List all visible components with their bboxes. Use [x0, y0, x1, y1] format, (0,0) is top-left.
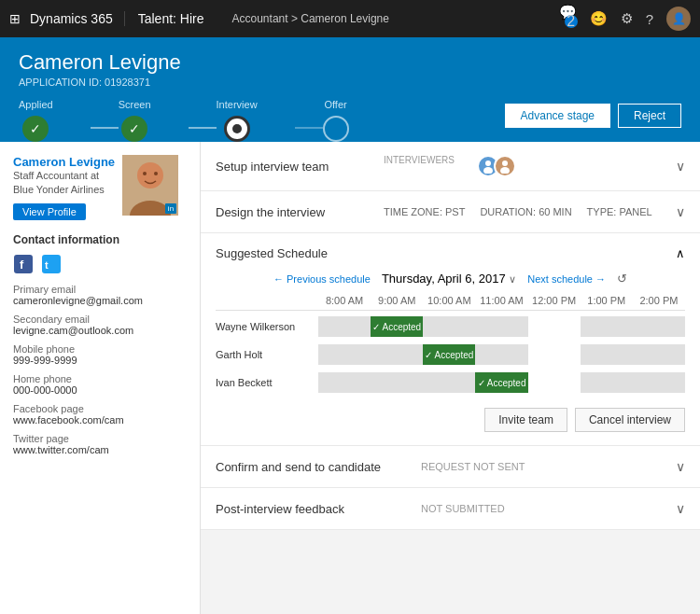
garth-slot-5	[528, 344, 581, 365]
post-feedback-title: Post-interview feedback	[216, 502, 421, 516]
th-2pm: 2:00 PM	[633, 295, 685, 306]
post-feedback-row[interactable]: Post-interview feedback NOT SUBMITTED ∨	[201, 488, 700, 530]
breadcrumb: Accountant > Cameron Levigne	[214, 12, 550, 25]
view-profile-button[interactable]: View Profile	[13, 203, 86, 220]
chat-icon[interactable]: 💬 2	[559, 4, 577, 34]
facebook-icon[interactable]: f	[13, 254, 34, 274]
svg-text:t: t	[45, 259, 49, 271]
th-10am: 10:00 AM	[423, 295, 475, 306]
confirm-candidate-status: REQUEST NOT SENT	[421, 461, 676, 472]
timeline-row-garth: Garth Holt ✓ Accepted	[216, 342, 685, 367]
content-area: Cameron Levigne Staff Accountant at Blue…	[0, 142, 700, 614]
garth-slot-7	[633, 344, 685, 365]
wayne-name: Wayne Wilkerson	[216, 321, 318, 332]
stage-offer-circle	[323, 116, 349, 142]
smiley-icon[interactable]: 😊	[590, 10, 608, 27]
th-8am: 8:00 AM	[318, 295, 371, 306]
svg-point-3	[143, 172, 147, 175]
confirm-candidate-row[interactable]: Confirm and send to candidate REQUEST NO…	[201, 446, 700, 488]
date-chevron-icon: ∨	[509, 273, 516, 285]
reject-button[interactable]: Reject	[618, 104, 681, 128]
timeline-header: 8:00 AM 9:00 AM 10:00 AM 11:00 AM 12:00 …	[216, 295, 685, 311]
settings-icon[interactable]: ⚙	[621, 10, 633, 27]
stage-interview-label: Interview	[217, 99, 258, 110]
right-panel: Setup interview team INTERVIEWERS ∨	[201, 142, 700, 614]
home-phone-field: Home phone 000-000-0000	[13, 373, 187, 396]
wayne-slot-3	[423, 316, 475, 337]
advance-stage-button[interactable]: Advance stage	[505, 104, 610, 128]
nav-icons: 💬 2 😊 ⚙ ? 👤	[559, 4, 691, 34]
schedule-chevron[interactable]: ∧	[676, 246, 685, 260]
garth-slot-1	[318, 344, 371, 365]
secondary-email-label: Secondary email	[13, 314, 187, 325]
refresh-icon[interactable]: ↺	[617, 272, 627, 286]
design-interview-meta: TIME ZONE: PST DURATION: 60 MIN TYPE: PA…	[384, 206, 676, 217]
svg-point-12	[500, 167, 510, 174]
svg-point-9	[485, 160, 491, 166]
ivan-slot-6	[581, 372, 633, 393]
connector-1	[91, 127, 119, 129]
secondary-email-field: Secondary email levigne.cam@outlook.com	[13, 314, 187, 336]
candidate-card-name: Cameron Levigne	[13, 155, 115, 169]
module-name: Talent: Hire	[134, 11, 204, 26]
setup-team-chevron: ∨	[676, 159, 685, 174]
stage-offer-label: Offer	[324, 99, 346, 110]
timeline-row-ivan: Ivan Beckett ✓ Accepted	[216, 370, 685, 395]
candidate-photo: in	[122, 155, 178, 216]
prev-schedule-button[interactable]: ← Previous schedule	[273, 273, 371, 285]
ivan-slot-3	[423, 372, 475, 393]
twitter-page-field: Twitter page www.twitter.com/cam	[13, 433, 187, 455]
th-1pm: 1:00 PM	[581, 295, 633, 306]
candidate-info: Cameron Levigne Staff Accountant at Blue…	[13, 155, 115, 198]
setup-team-meta: INTERVIEWERS	[384, 155, 676, 177]
design-interview-row[interactable]: Design the interview TIME ZONE: PST DURA…	[201, 191, 700, 233]
mobile-phone-value: 999-999-9999	[13, 355, 187, 366]
stage-offer[interactable]: Offer	[323, 99, 349, 142]
notification-badge: 2	[565, 15, 578, 28]
primary-email-label: Primary email	[13, 284, 187, 295]
candidate-card-title: Staff Accountant at Blue Yonder Airlines	[13, 169, 115, 198]
svg-point-1	[137, 162, 163, 188]
svg-point-10	[483, 167, 493, 174]
stage-bar: Applied ✓ Screen ✓ Interview	[19, 99, 681, 142]
wayne-slot-7	[633, 316, 685, 337]
th-11am: 11:00 AM	[475, 295, 527, 306]
twitter-icon[interactable]: t	[41, 254, 62, 274]
avatar[interactable]: 👤	[666, 7, 691, 31]
header-area: Cameron Levigne APPLICATION ID: 01928371…	[0, 37, 700, 142]
ivan-slot-5	[528, 372, 581, 393]
setup-team-row[interactable]: Setup interview team INTERVIEWERS ∨	[201, 142, 700, 191]
contact-info-label: Contact information	[13, 233, 187, 246]
next-schedule-button[interactable]: Next schedule →	[527, 273, 606, 285]
interviewers-label: INTERVIEWERS	[384, 155, 455, 177]
invite-team-button[interactable]: Invite team	[484, 408, 567, 432]
schedule-section: Suggested Schedule ∧ ← Previous schedule…	[201, 233, 700, 446]
design-interview-chevron: ∨	[676, 204, 685, 219]
candidate-name: Cameron Levigne	[19, 50, 181, 75]
ivan-slot-7	[633, 372, 685, 393]
th-9am: 9:00 AM	[371, 295, 423, 306]
home-phone-value: 000-000-0000	[13, 384, 187, 396]
cancel-interview-button[interactable]: Cancel interview	[575, 408, 685, 432]
schedule-header: Suggested Schedule ∧	[216, 246, 685, 260]
help-icon[interactable]: ?	[646, 11, 653, 27]
stage-screen-circle: ✓	[121, 116, 147, 142]
contact-section: Contact information f t Primary email ca…	[13, 233, 187, 455]
left-panel: Cameron Levigne Staff Accountant at Blue…	[0, 142, 201, 614]
mobile-phone-field: Mobile phone 999-999-9999	[13, 343, 187, 366]
ivan-slot-1	[318, 372, 371, 393]
stage-applied[interactable]: Applied ✓	[19, 99, 53, 142]
stage-screen[interactable]: Screen ✓	[119, 99, 151, 142]
facebook-page-field: Facebook page www.facebook.com/cam	[13, 403, 187, 426]
schedule-title: Suggested Schedule	[216, 246, 328, 260]
design-interview-title: Design the interview	[216, 205, 384, 219]
stage-applied-label: Applied	[19, 99, 53, 110]
waffle-icon[interactable]: ⊞	[9, 11, 21, 26]
facebook-page-value: www.facebook.com/cam	[13, 414, 187, 426]
mobile-phone-label: Mobile phone	[13, 343, 187, 355]
garth-slot-6	[581, 344, 633, 365]
stage-interview[interactable]: Interview	[217, 99, 258, 142]
svg-point-4	[154, 172, 158, 175]
home-phone-label: Home phone	[13, 373, 187, 384]
facebook-page-label: Facebook page	[13, 403, 187, 414]
